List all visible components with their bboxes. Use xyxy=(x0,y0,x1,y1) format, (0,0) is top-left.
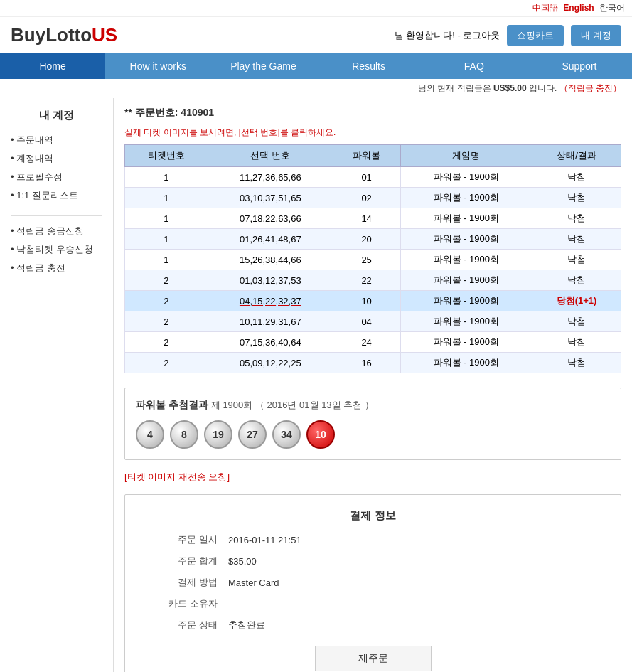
sidebar-menu-2: 적립금 송금신청 낙첨티켓 우송신청 적립금 충전 xyxy=(11,222,102,277)
result-section: 파워볼 추첨결과 제 1900회 （ 2016년 01월 13일 추첨 ） 48… xyxy=(124,388,621,460)
table-row: 205,09,12,22,2516파워볼 - 1900회낙첨 xyxy=(125,353,621,373)
sidebar: 내 계정 주문내역 계정내역 프로필수정 1:1 질문리스트 적립금 송금신청 … xyxy=(0,98,114,672)
main-layout: 내 계정 주문내역 계정내역 프로필수정 1:1 질문리스트 적립금 송금신청 … xyxy=(0,98,632,672)
sidebar-item-questions[interactable]: 1:1 질문리스트 xyxy=(11,186,102,205)
cart-button[interactable]: 쇼핑카트 xyxy=(507,25,564,46)
payment-label-state: 주문 상태 xyxy=(136,619,228,631)
table-row: 115,26,38,44,6625파워볼 - 1900회낙첨 xyxy=(125,250,621,270)
sidebar-link-topup[interactable]: 적립금 충전 xyxy=(16,262,65,273)
logo-lotto: Lotto xyxy=(45,24,92,46)
table-row: 207,15,36,40,6424파워볼 - 1900회낙첨 xyxy=(125,332,621,353)
powerball-ball: 10 xyxy=(306,420,335,449)
sidebar-title: 내 계정 xyxy=(11,109,102,122)
order-number: ** 주문번호: 410901 xyxy=(124,107,621,119)
sidebar-divider xyxy=(11,215,102,216)
sidebar-link-questions[interactable]: 1:1 질문리스트 xyxy=(16,190,78,201)
lang-korean[interactable]: 한국어 xyxy=(599,3,625,13)
col-game-name: 게임명 xyxy=(400,145,532,167)
table-row: 101,26,41,48,6720파워볼 - 1900회낙첨 xyxy=(125,229,621,250)
sidebar-link-transfer[interactable]: 적립금 송금신청 xyxy=(16,225,84,236)
welcome-text: 님 환영합니다! - 로그아웃 xyxy=(395,29,500,42)
balance-amount: US$5.00 xyxy=(493,83,527,93)
result-draw-info: 제 1900회 （ 2016년 01월 13일 추첨 ） xyxy=(211,400,374,410)
sidebar-item-account[interactable]: 계정내역 xyxy=(11,149,102,168)
payment-label-total: 주문 합계 xyxy=(136,555,228,567)
balance-topup-link[interactable]: （적립금 충전） xyxy=(559,83,621,93)
table-row: 210,11,29,31,6704파워볼 - 1900회낙첨 xyxy=(125,311,621,332)
table-row: 204,15,22,32,3710파워볼 - 1900회당첨(1+1) xyxy=(125,291,621,311)
payment-value-method: Master Card xyxy=(228,577,279,588)
sidebar-link-profile[interactable]: 프로필수정 xyxy=(16,171,63,182)
regular-ball: 27 xyxy=(238,420,267,449)
regular-ball: 8 xyxy=(170,420,198,449)
payment-value-total: $35.00 xyxy=(228,556,257,567)
sidebar-item-topup[interactable]: 적립금 충전 xyxy=(11,259,102,277)
col-ticket-num: 티켓번호 xyxy=(125,145,208,167)
click-instruction: 실제 티켓 이미지를 보시려면, [선택 번호]를 클릭하세요. xyxy=(124,127,621,139)
nav-support[interactable]: Support xyxy=(527,53,632,79)
regular-ball: 34 xyxy=(272,420,301,449)
col-selection: 선택 번호 xyxy=(208,145,333,167)
table-row: 201,03,12,37,5322파워볼 - 1900회낙첨 xyxy=(125,270,621,291)
nav-home[interactable]: Home xyxy=(0,53,105,79)
payment-value-state: 추첨완료 xyxy=(228,619,265,631)
payment-value-date: 2016-01-11 21:51 xyxy=(228,535,301,545)
lottery-balls: 4819273410 xyxy=(136,420,610,449)
regular-ball: 19 xyxy=(204,420,232,449)
col-status: 상태/결과 xyxy=(532,145,621,167)
table-row: 111,27,36,65,6601파워볼 - 1900회낙첨 xyxy=(125,167,621,188)
order-number-value: 410901 xyxy=(181,107,214,118)
nav-how-it-works[interactable]: How it works xyxy=(105,53,210,79)
regular-ball: 4 xyxy=(136,420,164,449)
payment-row-total: 주문 합계 $35.00 xyxy=(136,555,610,567)
logo-us: US xyxy=(92,24,117,46)
header: BuyLottoUS 님 환영합니다! - 로그아웃 쇼핑카트 내 계정 xyxy=(0,17,632,53)
table-row: 103,10,37,51,6502파워볼 - 1900회낙첨 xyxy=(125,188,621,208)
col-powerball: 파워볼 xyxy=(333,145,400,167)
sidebar-menu-1: 주문내역 계정내역 프로필수정 1:1 질문리스트 xyxy=(11,131,102,205)
ticket-table: 티켓번호 선택 번호 파워볼 게임명 상태/결과 111,27,36,65,66… xyxy=(124,144,621,373)
logo: BuyLottoUS xyxy=(11,24,117,46)
language-bar: 中国語 English 한국어 xyxy=(0,0,632,17)
header-right: 님 환영합니다! - 로그아웃 쇼핑카트 내 계정 xyxy=(395,25,621,46)
nav-results[interactable]: Results xyxy=(316,53,422,79)
sidebar-item-orders[interactable]: 주문내역 xyxy=(11,131,102,149)
sidebar-link-account[interactable]: 계정내역 xyxy=(16,153,53,164)
navigation: Home How it works Play the Game Results … xyxy=(0,53,632,79)
account-button[interactable]: 내 계정 xyxy=(571,25,621,46)
payment-title: 결제 정보 xyxy=(136,509,610,523)
balance-unit: 입니다. xyxy=(529,83,559,93)
payment-row-state: 주문 상태 추첨완료 xyxy=(136,619,610,631)
sidebar-item-transfer[interactable]: 적립금 송금신청 xyxy=(11,222,102,240)
sidebar-link-orders[interactable]: 주문내역 xyxy=(16,134,53,145)
payment-label-cardholder: 카드 소유자 xyxy=(136,597,228,610)
reorder-button[interactable]: 재주문 xyxy=(315,646,432,671)
result-title: 파워볼 추첨결과 제 1900회 （ 2016년 01월 13일 추첨 ） xyxy=(136,399,610,412)
payment-label-date: 주문 일시 xyxy=(136,533,228,546)
payment-label-method: 결제 방법 xyxy=(136,576,228,589)
sidebar-item-losticket[interactable]: 낙첨티켓 우송신청 xyxy=(11,240,102,259)
payment-row-method: 결제 방법 Master Card xyxy=(136,576,610,589)
content-area: ** 주문번호: 410901 실제 티켓 이미지를 보시려면, [선택 번호]… xyxy=(114,98,632,672)
payment-section: 결제 정보 주문 일시 2016-01-11 21:51 주문 합계 $35.0… xyxy=(124,494,621,672)
payment-row-date: 주문 일시 2016-01-11 21:51 xyxy=(136,533,610,546)
nav-faq[interactable]: FAQ xyxy=(422,53,527,79)
logo-buy: Buy xyxy=(11,24,45,46)
nav-play-the-game[interactable]: Play the Game xyxy=(210,53,316,79)
lang-chinese[interactable]: 中国語 xyxy=(532,3,558,13)
balance-bar: 님의 현재 적립금은 US$5.00 입니다. （적립금 충전） xyxy=(0,79,632,98)
table-row: 107,18,22,63,6614파워볼 - 1900회낙첨 xyxy=(125,208,621,229)
lang-english[interactable]: English xyxy=(563,3,594,13)
payment-row-cardholder: 카드 소유자 xyxy=(136,597,610,610)
sidebar-link-losticket[interactable]: 낙첨티켓 우송신청 xyxy=(16,244,93,255)
balance-text: 님의 현재 적립금은 xyxy=(418,83,493,93)
resend-link[interactable]: [티켓 이미지 재전송 오청] xyxy=(124,471,621,484)
sidebar-item-profile[interactable]: 프로필수정 xyxy=(11,168,102,186)
